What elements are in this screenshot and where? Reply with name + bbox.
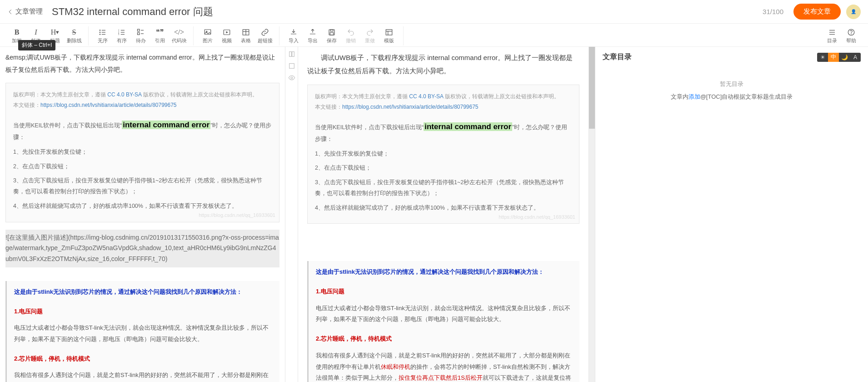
table-icon — [242, 28, 250, 36]
italic-icon: I — [35, 28, 37, 36]
redo-icon — [366, 28, 374, 36]
redo-button[interactable]: 重做 — [360, 26, 379, 45]
svg-rect-14 — [138, 32, 140, 35]
export-icon — [309, 28, 317, 36]
svg-rect-12 — [138, 29, 140, 31]
highlight-text: internal command error — [122, 121, 210, 129]
svg-point-37 — [291, 77, 293, 79]
ol-button[interactable]: 123有序 — [112, 26, 131, 45]
strike-icon: S — [72, 28, 76, 36]
ul-icon — [99, 28, 107, 36]
template-button[interactable]: 模版 — [379, 26, 399, 45]
editor-intro: &emsp;调试UWB板子，下载程序发现提示 internal command … — [5, 51, 279, 75]
mode-cn[interactable]: 中 — [828, 53, 839, 62]
mode-a[interactable]: A — [850, 53, 861, 62]
toc-panel: 文章目录 ☀ 中 🌙 A 暂无目录 文章内添加@[TOC]自动根据文章标题生成目… — [595, 47, 868, 382]
preview-quote-block: 版权声明：本文为博主原创文章，遵循 CC 4.0 BY-SA 版权协议，转载请附… — [307, 85, 579, 224]
ul-button[interactable]: 无序 — [93, 26, 112, 45]
video-button[interactable]: 视频 — [217, 26, 236, 45]
eye-icon[interactable] — [288, 74, 295, 81]
chevron-left-icon — [7, 9, 14, 15]
editor-sub-block: 这是由于stlink无法识别到芯片的情况，通过解决这个问题我找到几个原因和解决方… — [5, 281, 279, 382]
article-title-input[interactable] — [48, 4, 757, 20]
mode-dark[interactable]: 🌙 — [839, 53, 850, 62]
cc-link-preview[interactable]: CC 4.0 BY-SA — [409, 93, 443, 100]
template-icon — [385, 28, 393, 36]
svg-rect-26 — [386, 30, 392, 35]
editor-quote-block: 版权声明：本文为博主原创文章，遵循 CC 4.0 BY-SA 版权协议，转载请附… — [5, 83, 279, 222]
toc-hint: 文章内添加@[TOC]自动根据文章标题生成目录 — [603, 93, 861, 101]
image-icon — [204, 28, 212, 36]
video-icon — [223, 28, 231, 36]
title-counter: 31/100 — [763, 8, 783, 15]
mode-light[interactable]: ☀ — [817, 53, 828, 62]
preview-pane: 调试UWB板子，下载程序发现提示 internal command error。… — [298, 47, 589, 382]
sync-scroll-icon[interactable] — [288, 50, 295, 58]
link-icon — [261, 28, 269, 36]
back-label: 文章管理 — [15, 7, 43, 16]
publish-button[interactable]: 发布文章 — [793, 4, 841, 20]
quote-icon: ❝❞ — [156, 28, 164, 36]
svg-rect-35 — [292, 52, 294, 57]
cc-link[interactable]: CC 4.0 BY-SA — [107, 91, 141, 98]
svg-rect-34 — [289, 52, 291, 57]
preview-sub-block: 这是由于stlink无法识别到芯片的情况，通过解决这个问题我找到几个原因和解决方… — [307, 261, 579, 382]
svg-text:3: 3 — [118, 33, 120, 35]
link-button[interactable]: 超链接 — [255, 26, 274, 45]
code-icon: </> — [174, 28, 185, 36]
italic-tooltip: 斜体 – Ctrl+I — [18, 40, 55, 50]
task-icon — [137, 28, 145, 36]
svg-point-2 — [100, 32, 100, 33]
back-button[interactable]: 文章管理 — [7, 7, 43, 16]
user-avatar[interactable]: 👤 — [846, 5, 861, 19]
save-icon — [328, 28, 336, 36]
toc-button[interactable]: 目录 — [823, 26, 842, 45]
ol-icon: 123 — [118, 28, 126, 36]
export-button[interactable]: 导出 — [303, 26, 322, 45]
theme-toggle[interactable]: ☀ 中 🌙 A — [817, 53, 861, 62]
task-button[interactable]: 待办 — [131, 26, 150, 45]
svg-point-0 — [100, 30, 100, 30]
toc-add-link[interactable]: 添加 — [688, 93, 700, 100]
heading-icon: H▾ — [51, 28, 60, 36]
toc-title: 文章目录 — [603, 52, 632, 62]
strike-button[interactable]: S删除线 — [65, 26, 84, 45]
source-link[interactable]: https://blog.csdn.net/lvshitianxia/artic… — [40, 102, 177, 108]
bold-icon: B — [15, 28, 20, 36]
undo-icon — [347, 28, 355, 36]
svg-marker-19 — [226, 31, 229, 33]
import-button[interactable]: 导入 — [284, 26, 303, 45]
table-button[interactable]: 表格 — [236, 26, 255, 45]
svg-rect-25 — [330, 32, 334, 35]
help-button[interactable]: 帮助 — [842, 26, 861, 45]
header-bar: 文章管理 31/100 发布文章 👤 — [0, 0, 868, 24]
toc-icon — [828, 28, 836, 36]
preview-scrollbar[interactable] — [589, 47, 595, 382]
save-button[interactable]: 保存 — [322, 26, 341, 45]
source-link-preview[interactable]: https://blog.csdn.net/lvshitianxia/artic… — [342, 104, 479, 110]
code-button[interactable]: </>代码块 — [170, 26, 189, 45]
svg-point-4 — [100, 34, 100, 35]
preview-intro: 调试UWB板子，下载程序发现提示 internal command error。… — [307, 51, 579, 77]
toc-empty-text: 暂无目录 — [603, 80, 861, 88]
svg-rect-24 — [330, 30, 333, 31]
help-icon — [847, 28, 855, 36]
undo-button[interactable]: 撤销 — [341, 26, 360, 45]
import-icon — [289, 28, 298, 36]
preview-only-icon[interactable] — [288, 62, 295, 70]
svg-rect-36 — [289, 64, 294, 69]
markdown-editor[interactable]: &emsp;调试UWB板子，下载程序发现提示 internal command … — [0, 47, 285, 382]
image-markdown: ![在这里插入图片描述](https://img-blog.csdnimg.cn… — [5, 230, 279, 267]
editor-gutter — [285, 47, 298, 382]
image-button[interactable]: 图片 — [198, 26, 217, 45]
svg-point-33 — [851, 34, 852, 34]
quote-button[interactable]: ❝❞引用 — [150, 26, 170, 45]
editor-toolbar: B加粗 I斜体 H▾标题 S删除线 斜体 – Ctrl+I 无序 123有序 待… — [0, 24, 868, 47]
watermark-text: https://blog.csdn.net/qq_16933601 — [199, 211, 275, 220]
